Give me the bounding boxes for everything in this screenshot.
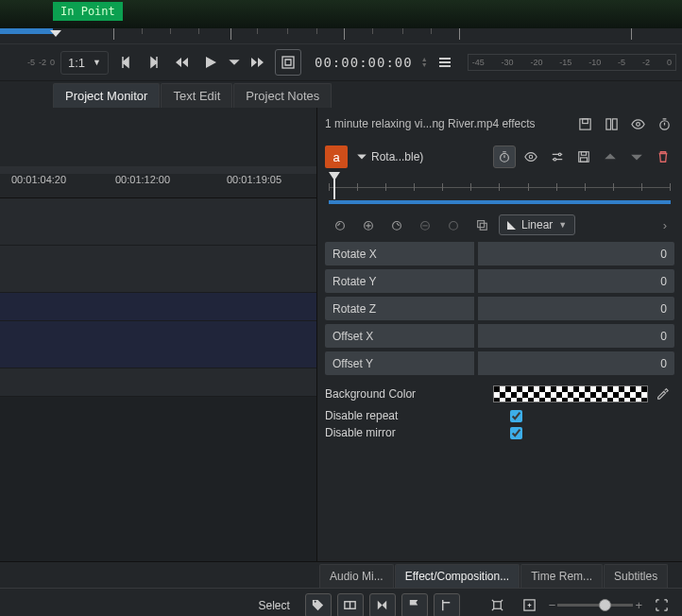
keyframe-timeline[interactable] [329, 174, 671, 200]
keyframe-cursor-icon[interactable] [329, 172, 340, 180]
fullscreen-button[interactable] [275, 49, 301, 76]
save-effect-icon[interactable] [574, 113, 595, 134]
svg-rect-3 [439, 65, 451, 67]
color-swatch[interactable] [493, 385, 648, 402]
timeline-ruler[interactable]: 00:01:04:20 00:01:12:00 00:01:19:05 [0, 166, 316, 198]
kf-icon[interactable] [442, 214, 465, 236]
background-color-row: Background Color [317, 375, 682, 407]
marker-tool[interactable] [434, 593, 460, 617]
interpolation-select[interactable]: Linear ▼ [499, 214, 575, 235]
save-icon[interactable] [572, 145, 595, 168]
param-rotate-z: Rotate Z 0 [325, 297, 674, 320]
param-value[interactable]: 0 [478, 242, 674, 265]
color-picker-icon[interactable] [656, 386, 674, 402]
param-rotate-x: Rotate X 0 [325, 242, 674, 265]
more-arrow-icon[interactable]: › [659, 214, 671, 236]
keyframe-progress [329, 200, 671, 204]
zoom-slider[interactable]: − + [549, 598, 642, 612]
effect-instance-row: a Rota...ble) [317, 140, 682, 174]
next-keyframe-icon[interactable] [385, 214, 408, 236]
svg-rect-15 [581, 152, 586, 156]
svg-point-17 [336, 222, 345, 231]
svg-rect-6 [605, 118, 610, 128]
monitor-tabs: Project Monitor Text Edit Project Notes [0, 81, 682, 108]
add-keyframe-icon[interactable] [357, 214, 380, 236]
disable-mirror-checkbox[interactable] [510, 427, 522, 439]
svg-rect-16 [581, 158, 588, 162]
db-scale-left: -5 -2 0 [6, 58, 55, 67]
tab-project-notes[interactable]: Project Notes [233, 83, 332, 108]
param-value[interactable]: 0 [478, 269, 674, 293]
param-value[interactable]: 0 [478, 324, 674, 348]
remove-keyframe-icon[interactable] [414, 214, 436, 236]
svg-rect-1 [439, 58, 451, 60]
tab-text-edit[interactable]: Text Edit [161, 83, 232, 108]
preview-ruler[interactable] [0, 28, 682, 43]
set-out-point-button[interactable] [143, 51, 165, 74]
effect-name-dropdown[interactable]: Rota...ble) [351, 147, 428, 166]
zoom-tool[interactable] [517, 593, 543, 617]
timeline-track[interactable] [0, 321, 316, 368]
forward-button[interactable] [247, 51, 269, 74]
insert-tool[interactable] [337, 593, 364, 617]
tab-time-remap[interactable]: Time Rem... [520, 564, 603, 588]
fit-zoom-tool[interactable] [485, 593, 511, 617]
delete-icon[interactable] [652, 145, 674, 168]
copy-keyframe-icon[interactable] [470, 214, 493, 236]
timer-icon[interactable] [654, 113, 674, 134]
tab-project-monitor[interactable]: Project Monitor [53, 83, 160, 108]
timeline[interactable]: 00:01:04:20 00:01:12:00 00:01:19:05 [0, 108, 317, 561]
timeline-track[interactable] [0, 198, 316, 246]
svg-rect-0 [282, 57, 294, 68]
timeline-toolbar: Select − + [0, 588, 682, 616]
db-scale-right: -45 -30 -20 -15 -10 -5 -2 0 [468, 54, 676, 71]
param-offset-x: Offset X 0 [325, 324, 674, 348]
play-options-chevron[interactable] [228, 51, 241, 74]
zoom-select[interactable]: 1:1 ▼ [60, 51, 109, 75]
timeline-track[interactable] [0, 368, 316, 397]
keyframe-toggle-icon[interactable] [493, 145, 516, 168]
parameter-list: Rotate X 0 Rotate Y 0 Rotate Z 0 Offset … [317, 242, 682, 375]
svg-point-12 [558, 153, 561, 156]
play-button[interactable] [199, 51, 222, 74]
svg-point-11 [529, 155, 533, 159]
timecode-display[interactable]: 00:00:00:00 [315, 55, 413, 70]
svg-rect-5 [582, 118, 588, 123]
bg-color-label: Background Color [325, 387, 416, 401]
timecode-spinner[interactable]: ▲▼ [421, 57, 428, 68]
param-value[interactable]: 0 [478, 297, 674, 320]
eye-icon[interactable] [627, 113, 648, 134]
svg-point-13 [554, 158, 556, 161]
zoom-label: 1:1 [68, 56, 85, 70]
rewind-button[interactable] [171, 51, 194, 74]
set-in-point-button[interactable] [114, 51, 137, 74]
timeline-track[interactable] [0, 293, 316, 321]
overwrite-tool[interactable] [369, 593, 396, 617]
timeline-track[interactable] [0, 246, 316, 293]
tag-tool[interactable] [305, 593, 332, 617]
param-value[interactable]: 0 [478, 351, 674, 375]
svg-point-21 [450, 222, 458, 231]
transport-bar: -5 -2 0 1:1 ▼ 00:00:00:00 ▲▼ -45 -30 -20… [0, 43, 682, 81]
svg-rect-23 [480, 223, 486, 230]
expand-tool[interactable] [648, 593, 674, 617]
linear-icon [507, 221, 516, 230]
tab-effect-composition[interactable]: Effect/Composition... [395, 564, 520, 588]
tab-subtitles[interactable]: Subtitles [604, 564, 668, 588]
tab-audio-mixer[interactable]: Audio Mi... [319, 564, 394, 588]
visibility-toggle-icon[interactable] [520, 145, 542, 168]
prev-keyframe-icon[interactable] [329, 214, 351, 236]
move-up-icon[interactable] [599, 145, 622, 168]
monitor-preview: In Point [0, 0, 682, 28]
split-view-icon[interactable] [601, 113, 622, 134]
disable-repeat-checkbox[interactable] [510, 410, 522, 422]
in-point-label: In Point [53, 2, 123, 21]
select-tool-label[interactable]: Select [248, 595, 298, 616]
flag-tool[interactable] [401, 593, 428, 617]
move-down-icon[interactable] [625, 145, 648, 168]
playhead-icon[interactable] [50, 30, 61, 37]
svg-rect-2 [439, 61, 451, 63]
effect-badge[interactable]: a [325, 145, 348, 168]
menu-button[interactable] [434, 51, 456, 74]
settings-icon[interactable] [546, 145, 569, 168]
